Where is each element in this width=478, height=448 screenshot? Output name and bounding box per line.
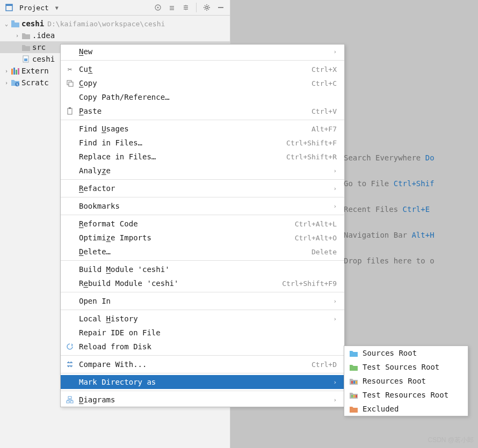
- locate-icon[interactable]: [152, 2, 164, 13]
- menu-bookmarks[interactable]: Bookmarks›: [61, 199, 344, 213]
- submenu-mark-directory: Sources Root Test Sources Root Resources…: [344, 346, 468, 416]
- menu-local-history[interactable]: Local History›: [61, 312, 344, 326]
- svg-rect-16: [69, 107, 71, 109]
- chevron-down-icon[interactable]: ▼: [51, 2, 63, 13]
- submenu-arrow-icon: ›: [333, 396, 337, 403]
- svg-rect-24: [353, 395, 355, 398]
- svg-rect-9: [13, 68, 15, 75]
- menu-delete[interactable]: Delete…Delete: [61, 245, 344, 259]
- folder-resources-icon: [349, 376, 358, 386]
- hint-go-to-file: Go to File Ctrl+Shif: [344, 171, 478, 196]
- compare-icon: [65, 359, 75, 369]
- menu-separator: [61, 355, 344, 356]
- svg-rect-8: [11, 69, 13, 75]
- paste-icon: [65, 106, 75, 116]
- menu-separator: [61, 391, 344, 391]
- svg-rect-5: [11, 20, 15, 22]
- cut-icon: ✂: [65, 64, 75, 74]
- svg-rect-1: [6, 4, 12, 6]
- folder-sources-icon: [349, 348, 358, 358]
- tree-node-root[interactable]: ⌄ ceshi D:\kaifamiao\workspace\ceshi: [0, 18, 230, 30]
- menu-open-in[interactable]: Open In›: [61, 294, 344, 308]
- menu-copy-path[interactable]: Copy Path/Reference…: [61, 90, 344, 104]
- folder-icon: [21, 31, 30, 40]
- menu-mark-directory[interactable]: Mark Directory as›: [61, 375, 344, 389]
- svg-rect-18: [67, 401, 69, 403]
- menu-rebuild[interactable]: Rebuild Module 'ceshi'Ctrl+Shift+F9: [61, 276, 344, 290]
- menu-compare[interactable]: Compare With...Ctrl+D: [61, 357, 344, 371]
- submenu-arrow-icon: ›: [333, 315, 337, 322]
- menu-build[interactable]: Build Module 'ceshi': [61, 262, 344, 276]
- menu-separator: [61, 260, 344, 261]
- shortcut: Delete: [312, 248, 337, 256]
- tree-label: ceshi: [21, 19, 44, 28]
- submenu-sources-root[interactable]: Sources Root: [344, 346, 468, 360]
- shortcut: Ctrl+D: [312, 361, 337, 369]
- menu-find-usages[interactable]: Find UsagesAlt+F7: [61, 122, 344, 136]
- menu-paste[interactable]: PasteCtrl+V: [61, 104, 344, 118]
- welcome-hints: Search Everywhere Do Go to File Ctrl+Shi…: [344, 145, 478, 274]
- menu-separator: [61, 292, 344, 292]
- menu-repair[interactable]: Repair IDE on File: [61, 326, 344, 340]
- tree-label: ceshi: [32, 55, 55, 63]
- shortcut: Ctrl+X: [312, 65, 337, 74]
- submenu-arrow-icon: ›: [333, 185, 337, 192]
- chevron-right-icon[interactable]: ›: [2, 80, 11, 86]
- chevron-right-icon[interactable]: ›: [13, 33, 21, 39]
- submenu-arrow-icon: ›: [333, 298, 337, 305]
- submenu-excluded[interactable]: Excluded: [344, 402, 468, 416]
- menu-refactor[interactable]: Refactor›: [61, 181, 344, 195]
- menu-diagrams[interactable]: Diagrams›: [61, 393, 344, 407]
- project-title[interactable]: Project: [19, 4, 49, 12]
- libraries-icon: [11, 67, 19, 75]
- hint-drop-files: Drop files here to o: [344, 248, 478, 274]
- tree-node[interactable]: › .idea: [0, 30, 230, 41]
- menu-replace-in-files[interactable]: Replace in Files…Ctrl+Shift+R: [61, 150, 344, 164]
- menu-new[interactable]: New›: [61, 45, 344, 58]
- submenu-test-sources-root[interactable]: Test Sources Root: [344, 360, 468, 374]
- expand-all-icon[interactable]: [166, 2, 178, 13]
- menu-separator: [61, 179, 344, 180]
- divider: [196, 3, 197, 12]
- menu-cut[interactable]: ✂CutCtrl+X: [61, 62, 344, 76]
- svg-rect-10: [16, 70, 17, 75]
- svg-rect-23: [351, 395, 353, 398]
- submenu-resources-root[interactable]: Resources Root: [344, 374, 468, 388]
- project-toolbar: Project ▼: [0, 0, 230, 16]
- menu-copy[interactable]: CopyCtrl+C: [61, 76, 344, 90]
- folder-test-resources-icon: [349, 390, 358, 400]
- menu-optimize[interactable]: Optimize ImportsCtrl+Alt+O: [61, 231, 344, 245]
- svg-rect-17: [68, 396, 71, 399]
- gear-icon[interactable]: [201, 2, 213, 13]
- iml-file-icon: [21, 55, 30, 63]
- module-folder-icon: [11, 19, 19, 28]
- menu-reload[interactable]: Reload from Disk: [61, 340, 344, 354]
- folder-excluded-icon: [349, 404, 358, 414]
- tree-path: D:\kaifamiao\workspace\ceshi: [47, 20, 165, 28]
- folder-test-icon: [349, 362, 358, 372]
- collapse-all-icon[interactable]: [180, 2, 192, 13]
- hide-icon[interactable]: [215, 2, 227, 13]
- submenu-test-resources-root[interactable]: Test Resources Root: [344, 388, 468, 402]
- shortcut: Ctrl+Alt+O: [295, 234, 337, 242]
- menu-find-in-files[interactable]: Find in Files…Ctrl+Shift+F: [61, 136, 344, 150]
- svg-rect-21: [353, 381, 355, 384]
- chevron-right-icon[interactable]: ›: [2, 68, 11, 74]
- hint-recent-files: Recent Files Ctrl+E: [344, 196, 478, 222]
- svg-rect-14: [69, 82, 73, 86]
- svg-point-4: [206, 6, 208, 9]
- svg-rect-20: [351, 381, 353, 384]
- submenu-arrow-icon: ›: [333, 48, 337, 55]
- menu-analyze[interactable]: Analyze›: [61, 164, 344, 178]
- shortcut: Alt+F7: [312, 125, 337, 133]
- scratches-icon: [11, 78, 19, 87]
- svg-rect-22: [356, 381, 357, 384]
- svg-rect-11: [18, 68, 19, 75]
- menu-separator: [61, 197, 344, 197]
- hint-navigation-bar: Navigation Bar Alt+H: [344, 222, 478, 248]
- copy-icon: [65, 78, 75, 88]
- chevron-down-icon[interactable]: ⌄: [2, 21, 11, 27]
- tree-label: .idea: [32, 31, 55, 40]
- shortcut: Ctrl+C: [312, 79, 337, 87]
- menu-reformat[interactable]: Reformat CodeCtrl+Alt+L: [61, 217, 344, 231]
